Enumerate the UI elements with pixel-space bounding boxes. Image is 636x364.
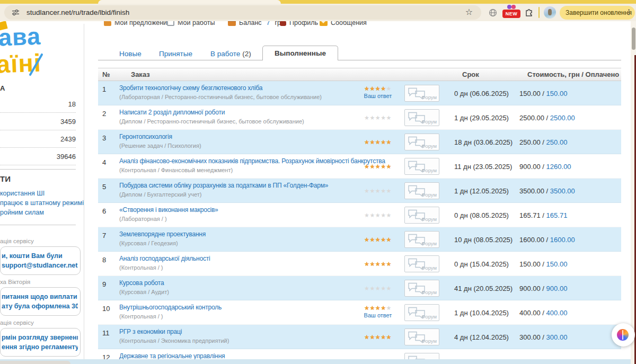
update-browser-button[interactable]: Завершити оновлення ⋮ — [560, 6, 635, 20]
order-cost: 900.00 / 900.00 — [519, 285, 567, 292]
forum-label: Форум — [421, 314, 437, 319]
star-empty-icon: ★ — [364, 188, 369, 194]
tab-4[interactable]: Выполненные — [262, 46, 338, 60]
forum-button[interactable]: Форум — [404, 85, 439, 102]
paid-value-link[interactable]: 150.00 — [546, 90, 568, 97]
order-title-link[interactable]: Геронтопсихологія — [119, 133, 172, 140]
tab-label: Принятые — [159, 50, 192, 58]
order-title-link[interactable]: Внутрішньогосподарський контроль — [119, 304, 222, 311]
paid-value-link[interactable]: 250.00 — [546, 138, 568, 146]
order-cost: 250.00 / 250.00 — [519, 138, 567, 146]
forum-button[interactable]: Форум — [404, 109, 439, 126]
news-link[interactable]: користання ШІ — [0, 189, 84, 198]
profile-avatar[interactable] — [544, 6, 556, 19]
star-empty-icon: ★ — [381, 114, 386, 121]
sidebar-message: ха Вікторія питання щодо виплатиату була… — [0, 279, 81, 316]
paid-value-link[interactable]: 300.00 — [546, 333, 568, 341]
paid-value-link[interactable]: 900.00 — [546, 285, 568, 292]
kebab-menu-icon[interactable]: ⋮ — [625, 8, 632, 16]
site-controls-icon[interactable] — [12, 8, 20, 19]
star-empty-icon: ★ — [386, 305, 392, 311]
tab-3[interactable]: В работе(2) — [210, 50, 251, 58]
forum-button[interactable]: Форум — [404, 329, 439, 345]
site-logo-text-top[interactable]: ава — [0, 23, 41, 52]
stars: ★★★★★ — [364, 210, 392, 219]
paid-value-link[interactable]: 1260.00 — [546, 163, 571, 171]
news-link[interactable]: працює в штатному режимі — [0, 198, 84, 208]
message-line: рмін розгляду звернень - — [2, 333, 78, 342]
order-title-link[interactable]: РГР з економіки праці — [119, 328, 182, 335]
order-term: 18 дн (03.06.2025) — [454, 138, 513, 146]
order-term: 1 дн (29.05.2025) — [454, 114, 509, 122]
scrollbar-thumb[interactable] — [632, 28, 635, 50]
bookmark-star-icon[interactable]: ☆ — [465, 7, 473, 17]
sidebar-stats-heading: А — [0, 84, 5, 92]
order-title-link[interactable]: Аналіз фінансово-економічних показників … — [119, 157, 385, 165]
rating-stars: ★★★★★ — [360, 260, 396, 267]
order-number: 3 — [102, 134, 106, 142]
order-cost: 150.00 / 150.00 — [519, 260, 567, 268]
star-empty-icon: ★ — [381, 212, 386, 218]
globe-icon[interactable] — [489, 8, 497, 19]
message-bubble[interactable]: питання щодо виплатиату була оформлена 3… — [0, 287, 81, 316]
stars: ★★★★★ — [364, 259, 392, 268]
tab-2[interactable]: Принятые — [159, 50, 192, 58]
order-term: 0 дн (06.06.2025) — [454, 90, 509, 97]
message-bubble[interactable]: рмін розгляду звернень -ення згідно регл… — [0, 328, 81, 357]
forum-button[interactable]: Форум — [404, 304, 439, 321]
star-filled-icon: ★ — [375, 236, 381, 243]
forum-button[interactable]: Форум — [404, 255, 439, 272]
order-title-link[interactable]: Курсова робота — [119, 279, 164, 287]
address-bar[interactable]: studlancer.net/ru/trade/lbid/finish ☆ — [4, 5, 481, 20]
paid-value-link[interactable]: 165.71 — [546, 211, 568, 219]
table-row: 10 Внутрішньогосподарський контроль (Кон… — [98, 300, 621, 325]
tab-count: (2) — [242, 50, 251, 58]
star-empty-icon: ★ — [386, 212, 392, 218]
rating-stars: ★★★★★ — [360, 187, 396, 194]
scrollbar-track[interactable] — [631, 21, 636, 364]
order-title-link[interactable]: Побудова системи обліку розрахунків за п… — [119, 182, 328, 189]
tab-label: В работе — [210, 50, 240, 58]
table-row: 9 Курсова робота (Курсовая / Аудит) ★★★★… — [98, 276, 621, 300]
order-term: 4 дн (12.04.2025) — [454, 333, 509, 341]
forum-button[interactable]: Форум — [404, 231, 439, 248]
order-title-link[interactable]: Державне та регіональне управління — [119, 352, 225, 360]
browser-toolbar: studlancer.net/ru/trade/lbid/finish ☆ NE… — [0, 4, 636, 21]
sidebar-news-heading: ТИ — [0, 174, 11, 183]
your-answer-link[interactable]: Ваш ответ — [360, 93, 396, 99]
stars: ★★★★★ — [364, 83, 392, 92]
paid-value-link[interactable]: 2500.00 — [550, 114, 575, 122]
paid-value-link[interactable]: 400.00 — [546, 309, 568, 317]
order-title-link[interactable]: Аналіз господарської діяльності — [119, 255, 210, 262]
stat-value: 2439 — [60, 135, 76, 143]
forum-button[interactable]: Форум — [404, 182, 439, 199]
forum-button[interactable]: Форум — [404, 280, 439, 297]
ai-brain-button[interactable] — [612, 323, 635, 347]
page-footer-strip — [0, 359, 636, 364]
url-text[interactable]: studlancer.net/ru/trade/lbid/finish — [26, 8, 129, 16]
order-number: 4 — [102, 158, 106, 166]
tab-1[interactable]: Новые — [119, 50, 142, 58]
browser-active-tab[interactable] — [98, 0, 281, 4]
forum-button[interactable]: Форум — [404, 158, 439, 175]
cost-value: 250.00 / — [519, 138, 546, 146]
order-title-link[interactable]: «Створення і виконання макросів» — [119, 206, 218, 214]
star-filled-icon: ★ — [375, 334, 381, 340]
message-bubble[interactable]: и, кошти Вам булиsupport@studlancer.net — [0, 246, 81, 275]
forum-label: Форум — [421, 216, 437, 222]
order-title-link[interactable]: Написати 2 розділ дипломної роботи — [119, 109, 225, 116]
paid-value-link[interactable]: 150.00 — [546, 260, 568, 268]
order-number: 10 — [102, 305, 110, 313]
paid-value-link[interactable]: 1600.00 — [550, 236, 575, 244]
extension-new-icon[interactable]: NEW — [502, 4, 520, 20]
sidebar-divider — [0, 225, 76, 225]
your-answer-link[interactable]: Ваш ответ — [360, 312, 396, 318]
extensions-puzzle-icon[interactable] — [525, 8, 533, 19]
cost-value: 300.00 / — [519, 333, 546, 341]
order-title-link[interactable]: Землевпорядне проектування — [119, 230, 206, 238]
order-title-link[interactable]: Зробити технологічну схему безглютеновог… — [119, 84, 262, 92]
news-link[interactable]: ройним силам — [0, 208, 84, 217]
forum-button[interactable]: Форум — [404, 207, 439, 224]
paid-value-link[interactable]: 3500.00 — [550, 187, 575, 195]
forum-button[interactable]: Форум — [404, 134, 439, 150]
